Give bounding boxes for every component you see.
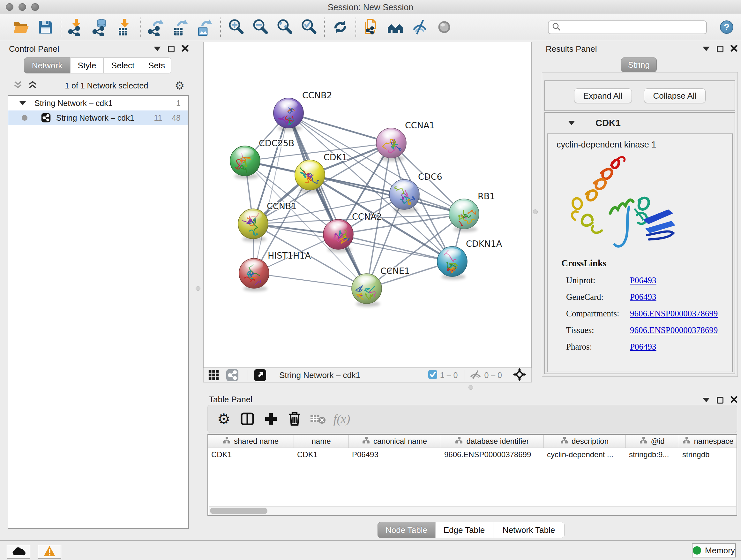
- collapse-all-icon[interactable]: [12, 79, 23, 92]
- column-header--id[interactable]: @id: [626, 435, 679, 448]
- network-node-CDK1[interactable]: CDK1: [292, 152, 347, 193]
- protein-structure-image: [563, 152, 681, 262]
- scrollbar-thumb[interactable]: [210, 508, 267, 514]
- export-network-icon[interactable]: [146, 17, 166, 37]
- tab-node-table[interactable]: Node Table: [378, 522, 435, 538]
- help-button[interactable]: ?: [720, 20, 733, 34]
- grid-icon[interactable]: [206, 365, 221, 385]
- column-header-name[interactable]: name: [294, 435, 349, 448]
- tab-style[interactable]: Style: [70, 57, 104, 73]
- open-view-icon[interactable]: [253, 365, 268, 385]
- table-cell: cyclin-dependent ...: [544, 448, 626, 461]
- results-panel-title: Results Panel: [546, 44, 597, 54]
- save-session-icon[interactable]: [35, 17, 56, 37]
- memory-button[interactable]: Memory: [692, 543, 736, 557]
- toolbar-separator: [140, 17, 141, 37]
- hidden-eye-icon[interactable]: [469, 369, 482, 381]
- tab-network-table[interactable]: Network Table: [493, 522, 564, 538]
- current-network-dot: [22, 115, 27, 121]
- bottom-splitter-handle[interactable]: [468, 385, 473, 390]
- control-panel-tabs: NetworkStyleSelectSets: [24, 57, 172, 73]
- panel-close-icon[interactable]: [731, 396, 738, 404]
- column-label: name: [312, 437, 331, 446]
- collapse-all-button[interactable]: Collapse All: [644, 88, 706, 103]
- column-header-canonical-name[interactable]: canonical name: [349, 435, 441, 448]
- cloud-button[interactable]: [7, 545, 30, 559]
- network-tree-row[interactable]: String Network – cdk11: [8, 96, 188, 111]
- crosslink-link[interactable]: P06493: [630, 275, 657, 286]
- zoom-selected-icon[interactable]: [299, 17, 319, 37]
- network-node-CCNA1[interactable]: CCNA1: [376, 120, 435, 161]
- share-document-icon[interactable]: [361, 17, 382, 37]
- column-header-description[interactable]: description: [544, 435, 626, 448]
- horizontal-scrollbar[interactable]: [209, 506, 736, 515]
- warning-button[interactable]: [38, 545, 61, 559]
- share-button-icon[interactable]: [225, 365, 240, 385]
- left-splitter-handle[interactable]: [196, 286, 200, 291]
- import-network-database-icon[interactable]: [91, 17, 111, 37]
- network-node-HIST1H1A[interactable]: HIST1H1A: [239, 251, 311, 292]
- table-cell: P06493: [349, 448, 441, 461]
- gear-icon[interactable]: ⚙: [175, 79, 185, 92]
- crosslink-link[interactable]: 9606.ENSP00000378699: [630, 309, 718, 319]
- expand-all-icon[interactable]: [27, 79, 38, 92]
- add-column-icon[interactable]: [261, 409, 281, 429]
- import-network-icon[interactable]: [66, 17, 87, 37]
- right-splitter-handle[interactable]: [533, 209, 538, 214]
- tab-string[interactable]: String: [621, 57, 657, 72]
- network-node-CDKN1A[interactable]: CDKN1A: [437, 239, 502, 280]
- panel-float-icon[interactable]: [717, 46, 724, 52]
- tab-edge-table[interactable]: Edge Table: [435, 522, 493, 538]
- tree-expander-icon[interactable]: [19, 101, 26, 105]
- column-header-database-identifier[interactable]: database identifier: [441, 435, 544, 448]
- table-panel-title: Table Panel: [209, 395, 253, 405]
- panel-menu-icon[interactable]: [703, 47, 710, 51]
- open-file-icon[interactable]: [11, 17, 31, 37]
- network-node-CCNB1[interactable]: CCNB1: [238, 201, 297, 242]
- network-tree-row[interactable]: String Network – cdk11148: [8, 111, 188, 125]
- column-header-namespace[interactable]: namespace: [679, 435, 737, 448]
- delete-column-icon[interactable]: [284, 409, 305, 429]
- tree-column-icon: [561, 437, 568, 446]
- zoom-out-icon[interactable]: [250, 17, 271, 37]
- panel-close-icon[interactable]: [731, 45, 738, 53]
- crosslink-link[interactable]: P06493: [630, 292, 657, 302]
- zoom-fit-icon[interactable]: [274, 17, 295, 37]
- results-section-header[interactable]: CDK1: [545, 113, 735, 133]
- panel-menu-icon[interactable]: [703, 398, 710, 402]
- export-table-icon[interactable]: [171, 17, 191, 37]
- panel-float-icon[interactable]: [717, 397, 724, 403]
- column-header-shared-name[interactable]: shared name: [208, 435, 294, 448]
- node-label: HIST1H1A: [268, 251, 311, 260]
- birdseye-icon[interactable]: [513, 368, 526, 382]
- tab-select[interactable]: Select: [104, 57, 142, 73]
- table-settings-icon[interactable]: ⚙: [213, 409, 234, 429]
- panel-close-icon[interactable]: [182, 45, 189, 53]
- crosslink-link[interactable]: 9606.ENSP00000378699: [630, 325, 718, 335]
- columns-icon[interactable]: [237, 409, 258, 429]
- import-table-icon[interactable]: [115, 17, 135, 37]
- network-icon: [40, 112, 52, 124]
- tab-network[interactable]: Network: [24, 57, 70, 73]
- eye-icon[interactable]: [434, 17, 455, 37]
- tree-column-icon: [683, 437, 690, 446]
- tab-sets[interactable]: Sets: [142, 57, 172, 73]
- expand-all-button[interactable]: Expand All: [574, 88, 632, 103]
- crosslink-link[interactable]: P06493: [630, 342, 657, 352]
- show-hide-panels-icon[interactable]: [410, 17, 430, 37]
- table-row[interactable]: CDK1CDK1P064939606.ENSP00000378699cyclin…: [208, 448, 737, 461]
- export-image-icon[interactable]: [195, 17, 215, 37]
- apply-layout-icon[interactable]: [330, 17, 350, 37]
- panel-menu-icon[interactable]: [154, 47, 161, 51]
- network-canvas[interactable]: CCNB2CCNA1CDC25BCDK1CDC6RB1CCNB1CCNA2CDK…: [203, 42, 532, 368]
- selected-checkbox-icon[interactable]: [428, 370, 437, 381]
- search-input[interactable]: [561, 23, 698, 32]
- network-node-CCNB2[interactable]: CCNB2: [273, 90, 332, 135]
- collapse-section-icon[interactable]: [568, 121, 575, 125]
- network-home-icon[interactable]: [386, 17, 406, 37]
- network-node-RB1[interactable]: RB1: [449, 191, 495, 235]
- zoom-in-icon[interactable]: [226, 17, 246, 37]
- search-box[interactable]: [548, 20, 707, 34]
- panel-float-icon[interactable]: [168, 46, 175, 52]
- network-node-CCNE1[interactable]: CCNE1: [352, 266, 410, 307]
